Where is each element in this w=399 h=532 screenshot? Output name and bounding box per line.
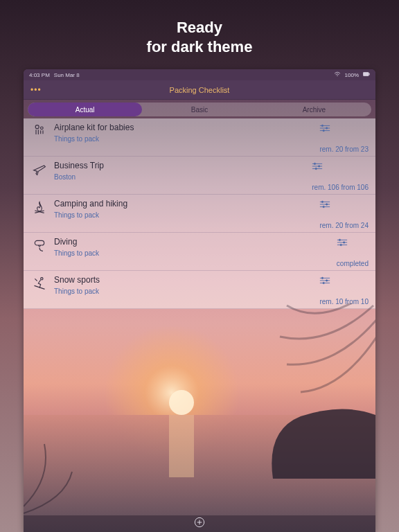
list-item[interactable]: Airplane kit for babies Things to pack r… [24, 118, 375, 157]
list-item-subtitle: Things to pack [54, 287, 317, 295]
battery-icon [363, 71, 370, 78]
svg-point-36 [326, 280, 328, 281]
list-item[interactable]: Camping and hiking Things to pack rem. 2… [24, 195, 375, 233]
promo-line1: Ready [0, 18, 399, 37]
list-item-subtitle: Things to pack [54, 135, 317, 143]
svg-point-35 [322, 277, 323, 278]
status-battery-pct: 100% [345, 72, 359, 78]
bottom-toolbar [24, 515, 375, 532]
options-icon[interactable] [319, 199, 369, 211]
svg-point-21 [322, 201, 323, 202]
device-frame: 4:03 PM Sun Mar 8 100% ••• Packing Check… [24, 69, 375, 532]
list-item-title: Airplane kit for babies [54, 123, 317, 135]
segmented-control: Actual Basic Archive [28, 103, 371, 116]
svg-rect-1 [369, 73, 370, 76]
promo-heading: Ready for dark theme [0, 0, 399, 69]
promo-line2: for dark theme [0, 37, 399, 57]
svg-rect-0 [363, 73, 369, 76]
background-scene [24, 303, 375, 515]
svg-point-15 [315, 168, 317, 169]
list-item-status: rem. 20 from 24 [319, 219, 369, 229]
page-title: Packing Checklist [170, 86, 230, 94]
list-item-status: rem. 20 from 23 [319, 143, 369, 153]
list-item-subtitle: Things to pack [54, 249, 334, 257]
status-date: Sun Mar 8 [54, 72, 80, 78]
campfire-icon [28, 199, 51, 219]
tab-actual[interactable]: Actual [28, 103, 142, 116]
svg-point-13 [314, 163, 316, 164]
svg-point-29 [343, 242, 344, 243]
list-item-title: Diving [54, 237, 334, 249]
list-item-subtitle: Things to pack [54, 211, 317, 219]
svg-point-7 [322, 125, 323, 126]
svg-point-22 [326, 204, 328, 205]
list-item-status: rem. 106 from 106 [312, 181, 369, 191]
svg-point-31 [41, 278, 43, 280]
svg-point-9 [323, 130, 324, 131]
ski-icon [28, 275, 51, 295]
add-button[interactable] [194, 517, 205, 531]
list-item-title: Snow sports [54, 275, 317, 287]
svg-point-39 [169, 390, 194, 415]
diving-icon [28, 237, 51, 257]
plane-icon [28, 161, 51, 181]
svg-rect-41 [169, 415, 194, 477]
svg-point-37 [323, 282, 324, 283]
options-icon[interactable] [319, 275, 369, 287]
checklist-list: Airplane kit for babies Things to pack r… [24, 118, 375, 309]
list-item-subtitle: Boston [54, 173, 309, 181]
svg-point-3 [41, 127, 44, 130]
svg-point-8 [326, 127, 328, 129]
svg-point-38 [85, 305, 278, 499]
svg-rect-40 [24, 415, 375, 515]
svg-rect-24 [35, 240, 44, 245]
options-icon[interactable] [319, 123, 369, 135]
svg-point-28 [339, 239, 340, 240]
nav-bar: ••• Packing Checklist [24, 80, 375, 100]
list-item[interactable]: Diving Things to pack completed [24, 233, 375, 271]
status-bar: 4:03 PM Sun Mar 8 100% [24, 69, 375, 80]
list-item[interactable]: Snow sports Things to pack rem. 10 from … [24, 271, 375, 309]
svg-point-14 [319, 166, 320, 167]
tab-basic[interactable]: Basic [142, 103, 256, 116]
svg-point-23 [323, 206, 324, 207]
list-item-status: completed [337, 257, 369, 267]
svg-point-30 [340, 244, 342, 245]
list-item-status: rem. 10 from 10 [319, 295, 369, 305]
options-icon[interactable] [312, 161, 369, 173]
list-item-title: Business Trip [54, 161, 309, 173]
baby-icon [28, 123, 51, 143]
list-item[interactable]: Business Trip Boston rem. 106 from 106 [24, 157, 375, 195]
svg-point-2 [35, 125, 39, 129]
options-icon[interactable] [337, 237, 369, 249]
tab-archive[interactable]: Archive [257, 103, 371, 116]
more-button[interactable]: ••• [30, 85, 42, 95]
status-time: 4:03 PM [29, 72, 50, 78]
wifi-icon [334, 71, 341, 78]
list-item-title: Camping and hiking [54, 199, 317, 211]
